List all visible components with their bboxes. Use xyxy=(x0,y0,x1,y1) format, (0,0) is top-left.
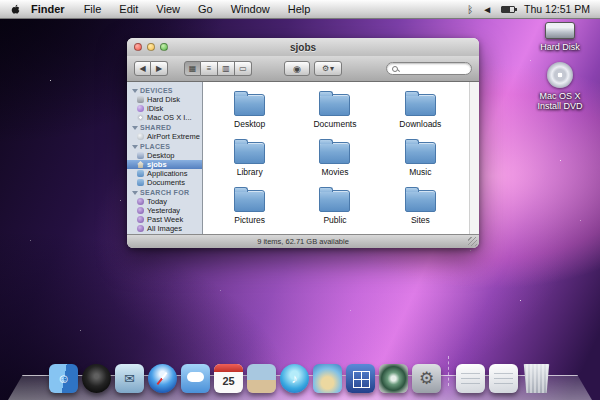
menu-bar-clock[interactable]: Thu 12:51 PM xyxy=(524,3,592,15)
desktop-icon-hard-disk[interactable]: Hard Disk xyxy=(528,22,592,52)
sidebar-item-hard-disk[interactable]: Hard Disk xyxy=(127,95,202,104)
folder-icon xyxy=(319,94,350,116)
dock-preview-icon[interactable] xyxy=(247,364,276,393)
folder-sites[interactable]: Sites xyxy=(378,186,463,225)
menu-edit[interactable]: Edit xyxy=(110,0,147,19)
apple-menu-icon[interactable] xyxy=(10,3,21,16)
forward-button[interactable]: ▶ xyxy=(151,61,168,76)
sidebar-item-sjobs[interactable]: sjobs xyxy=(127,160,202,169)
search-field[interactable] xyxy=(386,62,472,75)
window-titlebar[interactable]: sjobs xyxy=(127,38,479,56)
coverflow-view-button[interactable]: ▭ xyxy=(235,61,252,76)
folder-label: Library xyxy=(207,167,292,177)
sidebar-item-today[interactable]: Today xyxy=(127,197,202,206)
folder-icon xyxy=(319,190,350,212)
view-mode-control: ▦ ≡ ▥ ▭ xyxy=(184,61,252,76)
folder-desktop[interactable]: Desktop xyxy=(207,90,292,129)
list-view-button[interactable]: ≡ xyxy=(201,61,218,76)
menu-window[interactable]: Window xyxy=(222,0,279,19)
envelope-glyph: ✉ xyxy=(124,372,135,385)
hard-disk-icon xyxy=(137,96,144,103)
window-body: DEVICES Hard Disk iDisk Mac OS X I... SH… xyxy=(127,82,479,234)
sidebar-item-documents[interactable]: Documents xyxy=(127,178,202,187)
folder-music[interactable]: Music xyxy=(378,138,463,177)
sidebar-item-idisk[interactable]: iDisk xyxy=(127,104,202,113)
dock-safari-icon[interactable] xyxy=(148,364,177,393)
dock-documents-stack-icon[interactable] xyxy=(456,364,485,393)
resize-grip[interactable] xyxy=(468,237,477,246)
dock-mail-icon[interactable]: ✉ xyxy=(115,364,144,393)
bluetooth-icon[interactable]: ᛒ xyxy=(467,4,473,15)
folder-label: Desktop xyxy=(207,119,292,129)
folder-pictures[interactable]: Pictures xyxy=(207,186,292,225)
dock-downloads-stack-icon[interactable] xyxy=(489,364,518,393)
desktop: Finder File Edit View Go Window Help ᛒ ◄… xyxy=(0,0,600,400)
finder-face-glyph: ☺ xyxy=(57,372,70,385)
sidebar-item-desktop[interactable]: Desktop xyxy=(127,151,202,160)
smart-search-icon xyxy=(137,207,144,214)
folder-movies[interactable]: Movies xyxy=(292,138,377,177)
folder-label: Pictures xyxy=(207,215,292,225)
sidebar-item-past-week[interactable]: Past Week xyxy=(127,215,202,224)
back-button[interactable]: ◀ xyxy=(134,61,151,76)
menu-bar: Finder File Edit View Go Window Help ᛒ ◄… xyxy=(0,0,600,19)
dock-separator xyxy=(448,356,449,386)
status-text: 9 items, 62.71 GB available xyxy=(257,237,349,246)
vertical-scrollbar[interactable] xyxy=(469,82,479,234)
caret-down-icon: ▾ xyxy=(330,64,334,73)
dock-itunes-icon[interactable]: ♪ xyxy=(280,364,309,393)
sidebar-item-yesterday[interactable]: Yesterday xyxy=(127,206,202,215)
close-button[interactable] xyxy=(134,43,142,51)
dock-time-machine-icon[interactable] xyxy=(379,364,408,393)
folder-icon xyxy=(234,142,265,164)
dock-ichat-icon[interactable] xyxy=(181,364,210,393)
sidebar-item-airport-extreme[interactable]: AirPort Extreme xyxy=(127,132,202,141)
dvd-disc-icon xyxy=(547,62,573,88)
dock-dashboard-icon[interactable] xyxy=(82,364,111,393)
battery-icon[interactable] xyxy=(501,6,515,13)
search-icon xyxy=(392,66,398,72)
sidebar-section-devices[interactable]: DEVICES xyxy=(127,85,202,95)
sidebar-item-all-images[interactable]: All Images xyxy=(127,224,202,233)
dock-system-preferences-icon[interactable]: ⚙ xyxy=(412,364,441,393)
zoom-button[interactable] xyxy=(160,43,168,51)
sidebar-item-label: Mac OS X I... xyxy=(147,113,192,122)
folder-label: Sites xyxy=(378,215,463,225)
dock-ical-icon[interactable]: 25 xyxy=(214,364,243,393)
action-menu-button[interactable]: ⚙ ▾ xyxy=(314,61,342,76)
menu-go[interactable]: Go xyxy=(189,0,222,19)
sidebar-item-label: Past Week xyxy=(147,215,183,224)
sidebar-item-applications[interactable]: Applications xyxy=(127,169,202,178)
sidebar-section-search-for[interactable]: SEARCH FOR xyxy=(127,187,202,197)
icon-view-button[interactable]: ▦ xyxy=(184,61,201,76)
menu-help[interactable]: Help xyxy=(279,0,320,19)
minimize-button[interactable] xyxy=(147,43,155,51)
dock-trash-icon[interactable] xyxy=(522,364,551,393)
folder-label: Music xyxy=(378,167,463,177)
folder-library[interactable]: Library xyxy=(207,138,292,177)
applications-folder-icon xyxy=(137,170,144,177)
column-view-button[interactable]: ▥ xyxy=(218,61,235,76)
menu-file[interactable]: File xyxy=(75,0,111,19)
menu-view[interactable]: View xyxy=(147,0,189,19)
smart-search-icon xyxy=(137,225,144,232)
folder-label: Documents xyxy=(292,119,377,129)
folder-documents[interactable]: Documents xyxy=(292,90,377,129)
search-input[interactable] xyxy=(398,64,466,73)
sidebar-item-install-dvd[interactable]: Mac OS X I... xyxy=(127,113,202,122)
dock: ☺ ✉ 25 ♪ ⚙ xyxy=(0,354,600,400)
airport-icon xyxy=(137,133,144,140)
folder-public[interactable]: Public xyxy=(292,186,377,225)
desktop-icon-install-dvd[interactable]: Mac OS X Install DVD xyxy=(528,62,592,112)
dock-finder-icon[interactable]: ☺ xyxy=(49,364,78,393)
folder-downloads[interactable]: Downloads xyxy=(378,90,463,129)
dock-iphoto-icon[interactable] xyxy=(313,364,342,393)
sidebar-section-shared[interactable]: SHARED xyxy=(127,122,202,132)
icon-grid: Desktop Documents Downloads Library xyxy=(203,82,479,225)
dock-spaces-icon[interactable] xyxy=(346,364,375,393)
sidebar-item-label: Yesterday xyxy=(147,206,180,215)
menu-finder[interactable]: Finder xyxy=(25,0,75,19)
quick-look-button[interactable]: ◉ xyxy=(284,61,310,76)
sidebar-section-places[interactable]: PLACES xyxy=(127,141,202,151)
volume-icon[interactable]: ◄ xyxy=(482,4,492,15)
